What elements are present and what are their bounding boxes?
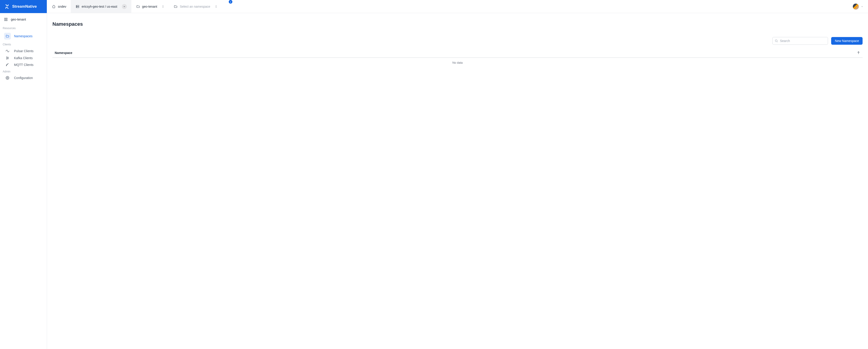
brand-logo-icon (4, 4, 10, 9)
sidebar-item-kafka-clients[interactable]: Kafka Clients (2, 55, 44, 61)
breadcrumb-tenant-label: geo-tenant (142, 5, 157, 8)
pulsar-icon (4, 49, 11, 53)
folder-icon (174, 5, 178, 8)
sidebar-item-pulsar-clients[interactable]: Pulsar Clients (2, 47, 44, 55)
kafka-icon (4, 56, 11, 60)
server-icon (76, 5, 79, 8)
sidebar-section-resources: Resources (2, 25, 44, 31)
mqtt-icon (4, 63, 11, 67)
svg-point-8 (8, 58, 8, 59)
gear-icon (4, 76, 11, 80)
table-empty-state: No data (53, 58, 863, 68)
sidebar-section-admin: Admin (2, 68, 44, 74)
sidebar-tenant-label: geo-tenant (11, 18, 26, 21)
breadcrumb-instance-label: ericsyh-geo-test / us-east (82, 5, 117, 8)
svg-rect-0 (4, 18, 6, 19)
breadcrumb-tenant[interactable]: geo-tenant (131, 0, 169, 13)
chevron-down-icon[interactable] (861, 5, 864, 8)
sidebar-tenant-header[interactable]: geo-tenant (2, 16, 44, 25)
page-title: Namespaces (53, 21, 863, 27)
folder-icon (136, 5, 140, 8)
svg-point-6 (6, 59, 7, 59)
svg-rect-3 (6, 20, 7, 21)
breadcrumb-org-label: sndev (58, 5, 66, 8)
table-header: Namespace (53, 51, 863, 58)
brand-logo[interactable]: StreamNative (0, 0, 47, 13)
svg-point-7 (8, 57, 8, 58)
svg-point-4 (6, 57, 7, 57)
folder-icon (4, 33, 11, 39)
svg-line-12 (7, 58, 8, 59)
breadcrumb: sndev ericsyh-geo-test / us-east (47, 0, 232, 13)
sidebar: StreamNative geo-tenant Resources (0, 0, 47, 349)
svg-line-19 (777, 41, 778, 42)
sidebar-item-namespaces[interactable]: Namespaces (2, 31, 44, 41)
sidebar-item-label: Kafka Clients (14, 56, 33, 60)
svg-rect-1 (6, 18, 7, 19)
breadcrumb-namespace[interactable]: Select an namespace (169, 0, 222, 13)
home-icon (52, 5, 56, 8)
sidebar-item-configuration[interactable]: Configuration (2, 74, 44, 81)
svg-line-11 (7, 58, 8, 58)
svg-point-5 (6, 58, 7, 59)
updown-icon (215, 5, 217, 8)
svg-point-18 (775, 40, 777, 42)
topbar: sndev ericsyh-geo-test / us-east (47, 0, 868, 13)
sidebar-item-label: Pulsar Clients (14, 49, 33, 53)
user-avatar[interactable] (852, 3, 859, 10)
svg-point-13 (7, 77, 8, 78)
sort-arrow-icon[interactable] (857, 51, 860, 55)
updown-icon (162, 5, 164, 8)
sidebar-section-clients: Clients (2, 41, 44, 47)
tenant-grid-icon (4, 18, 8, 21)
info-icon[interactable]: i (229, 0, 232, 4)
search-field (772, 37, 828, 45)
chevron-down-icon (122, 4, 127, 9)
new-namespace-button[interactable]: New Namespace (831, 37, 863, 45)
breadcrumb-instance[interactable]: ericsyh-geo-test / us-east (71, 0, 131, 13)
sidebar-item-label: Namespaces (14, 34, 33, 38)
svg-rect-2 (4, 20, 6, 21)
breadcrumb-org[interactable]: sndev (47, 0, 71, 13)
breadcrumb-namespace-placeholder: Select an namespace (180, 5, 210, 8)
table-column-namespace[interactable]: Namespace (55, 51, 72, 55)
search-icon (775, 39, 778, 43)
sidebar-item-mqtt-clients[interactable]: MQTT Clients (2, 61, 44, 68)
sidebar-item-label: MQTT Clients (14, 63, 33, 67)
search-input[interactable] (772, 37, 828, 45)
sidebar-item-label: Configuration (14, 76, 33, 80)
brand-name: StreamNative (12, 4, 37, 9)
